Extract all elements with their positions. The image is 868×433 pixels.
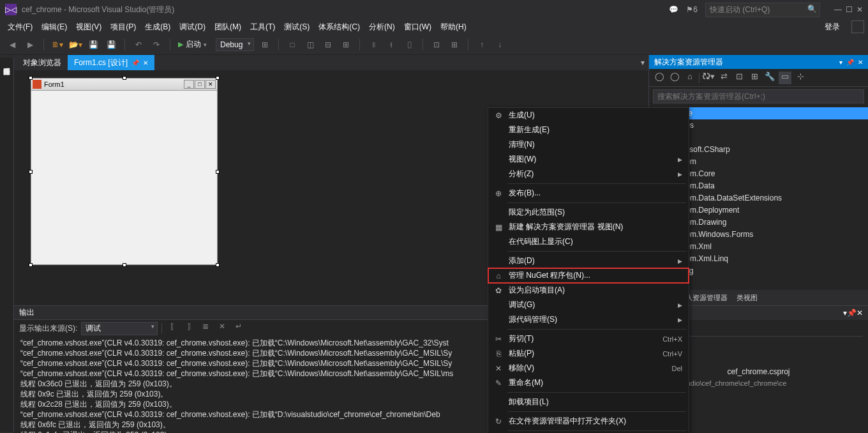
tab-overflow-button[interactable]: ▾ — [637, 58, 648, 67]
context-menu-item[interactable]: 在代码图上显示(C) — [488, 234, 689, 249]
sol-preview-button[interactable]: ▭ — [779, 72, 791, 84]
context-menu-item[interactable]: ⊕发布(B)... — [488, 186, 689, 201]
pin-icon[interactable]: 📌 — [847, 308, 857, 317]
resize-handle[interactable] — [29, 263, 33, 267]
menu-build[interactable]: 生成(B) — [141, 20, 174, 34]
tb-align-2[interactable]: ◫ — [303, 38, 317, 52]
tab-object-browser[interactable]: 对象浏览器 — [17, 55, 68, 71]
output-tb-3[interactable]: ≣ — [199, 322, 212, 335]
tb-icon-1[interactable]: ⊞ — [258, 38, 272, 52]
solution-search-input[interactable] — [653, 89, 864, 103]
context-menu-item[interactable]: 分析(Z)▶ — [488, 167, 689, 181]
config-combo[interactable]: Debug — [216, 38, 254, 51]
output-source-combo[interactable]: 调试 — [81, 322, 158, 335]
context-menu-item[interactable]: 添加(D)▶ — [488, 254, 689, 268]
resize-handle[interactable] — [216, 263, 220, 267]
sol-refresh-button[interactable]: 🗘▾ — [702, 72, 715, 84]
tb-align-3[interactable]: ⊟ — [321, 38, 335, 52]
sol-view-button[interactable]: ⊹ — [794, 72, 807, 84]
resize-handle[interactable] — [216, 76, 220, 80]
context-menu-item[interactable]: ✿设为启动项目(A) — [488, 283, 689, 298]
menu-file[interactable]: 文件(F) — [4, 20, 36, 34]
close-button[interactable]: ✕ — [857, 5, 863, 14]
nav-back-button[interactable]: ◀ — [5, 38, 19, 52]
sol-properties-button[interactable]: 🔧 — [763, 72, 776, 84]
sol-collapse-button[interactable]: ⊡ — [733, 72, 745, 84]
quick-launch-input[interactable]: 快速启动 (Ctrl+Q) 🔍 — [705, 3, 820, 17]
tb-order-1[interactable]: ↑ — [475, 38, 489, 52]
designer-form[interactable]: Form1 _ □ ✕ — [31, 78, 218, 265]
login-link[interactable]: 登录 — [819, 20, 845, 34]
new-project-button[interactable]: 🗎▾ — [50, 38, 64, 52]
maximize-button[interactable]: ☐ — [846, 5, 853, 14]
menu-debug[interactable]: 调试(D) — [176, 20, 209, 34]
sol-home-button[interactable]: ⌂ — [684, 72, 696, 84]
context-menu-item[interactable]: ⌂管理 NuGet 程序包(N)... — [488, 268, 689, 283]
menu-analyze[interactable]: 分析(N) — [365, 20, 399, 34]
form-client-area[interactable] — [31, 91, 218, 265]
tb-layout-2[interactable]: ⊞ — [447, 38, 461, 52]
resize-handle[interactable] — [29, 170, 33, 174]
resize-handle[interactable] — [123, 263, 126, 267]
open-file-button[interactable]: 📂▾ — [68, 38, 82, 52]
redo-button[interactable]: ↷ — [149, 38, 163, 52]
feedback-icon[interactable]: 💬 — [669, 5, 678, 14]
close-panel-button[interactable]: ✕ — [858, 59, 863, 66]
save-all-button[interactable]: 💾 — [104, 38, 118, 52]
menu-team[interactable]: 团队(M) — [211, 20, 245, 34]
menu-tools[interactable]: 工具(T) — [246, 20, 279, 34]
context-menu-item[interactable]: ↻在文件资源管理器中打开文件夹(X) — [488, 414, 689, 429]
context-menu-item[interactable]: ⎘粘贴(P)Ctrl+V — [488, 346, 689, 361]
tb-spacing-1[interactable]: ⫴ — [366, 38, 380, 52]
tb-spacing-2[interactable]: ⫲ — [384, 38, 398, 52]
context-menu-item[interactable]: ✎重命名(M) — [488, 376, 689, 390]
output-clear-button[interactable]: ✕ — [216, 322, 228, 335]
tb-spacing-3[interactable]: ⌷ — [402, 38, 416, 52]
pin-icon[interactable]: 📌 — [131, 59, 139, 66]
tab-form1-design[interactable]: Form1.cs [设计] 📌 ✕ — [68, 55, 154, 71]
context-menu-item[interactable]: 重新生成(E) — [488, 123, 689, 137]
output-wrap-button[interactable]: ↵ — [232, 322, 245, 335]
tb-layout-1[interactable]: ⊡ — [430, 38, 444, 52]
save-button[interactable]: 💾 — [86, 38, 100, 52]
minimize-button[interactable]: — — [834, 5, 842, 14]
tb-order-2[interactable]: ↓ — [493, 38, 507, 52]
resize-handle[interactable] — [29, 76, 33, 80]
menu-view[interactable]: 视图(V) — [72, 20, 105, 34]
menu-project[interactable]: 项目(P) — [107, 20, 140, 34]
menu-edit[interactable]: 编辑(E) — [38, 20, 71, 34]
dropdown-icon[interactable]: ▾ — [839, 59, 842, 66]
sol-showall-button[interactable]: ⊞ — [748, 72, 761, 84]
menu-help[interactable]: 帮助(H) — [437, 20, 470, 34]
resize-handle[interactable] — [216, 170, 220, 174]
context-menu-item[interactable]: 源代码管理(S)▶ — [488, 312, 689, 327]
resize-handle[interactable] — [123, 76, 126, 80]
context-menu-item[interactable]: 视图(W)▶ — [488, 152, 689, 167]
sol-sync-button[interactable]: ⇄ — [717, 72, 730, 84]
notification-flag[interactable]: ⚑6 — [686, 5, 698, 14]
context-menu-item[interactable]: 清理(N) — [488, 137, 689, 152]
nav-fwd-button[interactable]: ▶ — [23, 38, 37, 52]
undo-button[interactable]: ↶ — [131, 38, 146, 52]
menu-test[interactable]: 测试(S) — [280, 20, 313, 34]
pin-icon[interactable]: 📌 — [846, 59, 854, 66]
context-menu-item[interactable]: 卸载项目(L) — [488, 395, 689, 409]
avatar-icon[interactable] — [851, 20, 864, 33]
tb-align-4[interactable]: ⊞ — [339, 38, 353, 52]
context-menu-item[interactable]: ✕移除(V)Del — [488, 361, 689, 376]
context-menu-item[interactable]: 限定为此范围(S) — [488, 205, 689, 220]
output-tb-1[interactable]: ⟦ — [166, 322, 179, 335]
context-menu-item[interactable]: ✂剪切(T)Ctrl+X — [488, 331, 689, 346]
menu-arch[interactable]: 体系结构(C) — [315, 20, 364, 34]
close-panel-button[interactable]: ✕ — [857, 308, 863, 317]
side-tab-server-explorer[interactable]: 服务器资源管理器 — [0, 57, 14, 432]
close-tab-button[interactable]: ✕ — [143, 59, 148, 66]
context-menu-item[interactable]: ▦新建 解决方案资源管理器 视图(N) — [488, 220, 689, 234]
output-tb-2[interactable]: ⟧ — [183, 322, 195, 335]
sol-fwd-button[interactable]: ◯ — [668, 72, 681, 84]
menu-window[interactable]: 窗口(W) — [400, 20, 435, 34]
sol-back-button[interactable]: ◯ — [653, 72, 666, 84]
tab-class-view[interactable]: 类视图 — [733, 291, 761, 305]
context-menu-item[interactable]: 调试(G)▶ — [488, 298, 689, 312]
tb-align-1[interactable]: □ — [285, 38, 299, 52]
